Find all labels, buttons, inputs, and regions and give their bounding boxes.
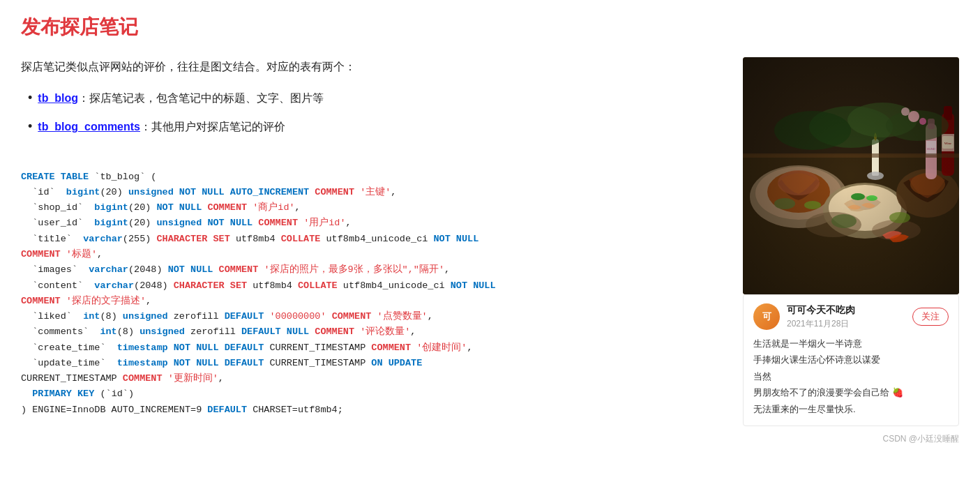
- svg-rect-38: [743, 57, 959, 294]
- bullet-dot: •: [28, 116, 32, 137]
- table-name-1: tb_blog: [38, 92, 78, 104]
- footer-text: CSDN @小廷没睡醒: [743, 433, 959, 445]
- main-layout: 探店笔记类似点评网站的评价，往往是图文结合。对应的表有两个： • tb_blog…: [21, 57, 959, 445]
- code-block: CREATE TABLE `tb_blog` ( `id` bigint(20)…: [21, 151, 726, 436]
- right-panel: Wine BUND: [743, 57, 959, 445]
- food-image: Wine BUND: [743, 57, 959, 294]
- user-info: 可可今天不吃肉 2021年11月28日: [787, 304, 905, 330]
- list-item: • tb_blog_comments：其他用户对探店笔记的评价: [28, 116, 726, 137]
- bullet-dot: •: [28, 87, 32, 109]
- follow-button[interactable]: 关注: [912, 308, 949, 326]
- bullet-desc-1: ：探店笔记表，包含笔记中的标题、文字、图片等: [78, 92, 324, 104]
- post-content: 生活就是一半烟火一半诗意 手捧烟火课生活心怀诗意以谋爱 当然 男朋友给不了的浪漫…: [753, 336, 949, 417]
- intro-text: 探店笔记类似点评网站的评价，往往是图文结合。对应的表有两个：: [21, 57, 726, 76]
- post-date: 2021年11月28日: [787, 318, 905, 330]
- page-title: 发布探店笔记: [21, 14, 959, 40]
- bullet-desc-2: ：其他用户对探店笔记的评价: [140, 121, 285, 133]
- bullet-list: • tb_blog：探店笔记表，包含笔记中的标题、文字、图片等 • tb_blo…: [28, 87, 726, 137]
- table-name-2: tb_blog_comments: [38, 121, 140, 133]
- list-item: • tb_blog：探店笔记表，包含笔记中的标题、文字、图片等: [28, 87, 726, 109]
- avatar: 可: [753, 303, 780, 330]
- username: 可可今天不吃肉: [787, 304, 905, 317]
- left-panel: 探店笔记类似点评网站的评价，往往是图文结合。对应的表有两个： • tb_blog…: [21, 57, 726, 436]
- user-card-header: 可 可可今天不吃肉 2021年11月28日 关注: [753, 303, 949, 330]
- user-card: 可 可可今天不吃肉 2021年11月28日 关注 生活就是一半烟火一半诗意 手捧…: [743, 294, 959, 426]
